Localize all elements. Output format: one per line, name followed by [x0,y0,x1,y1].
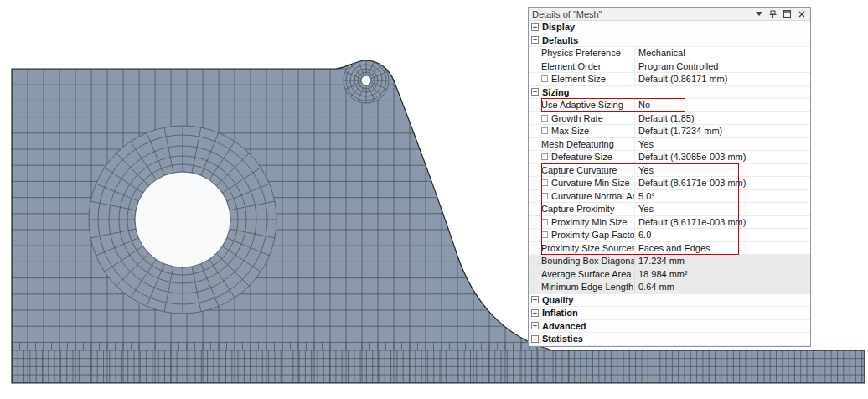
prop-label: Capture Curvature [541,164,634,177]
prop-growth-rate[interactable]: Growth RateDefault (1.85) [529,112,810,126]
prop-value[interactable]: Yes [634,203,810,215]
prop-value: 0.64 mm [634,281,810,293]
prop-value[interactable]: Default (8.6171e-003 mm) [634,216,810,229]
prop-value[interactable]: 5.0° [634,190,810,203]
prop-label: Max Size [541,125,634,137]
override-checkbox[interactable] [541,153,548,160]
prop-label-text: Proximity Min Size [551,217,627,227]
expand-icon[interactable]: + [531,23,539,31]
override-checkbox[interactable] [541,179,548,186]
section-label: Inflation [542,308,578,318]
section-label: Sizing [542,87,569,97]
prop-use-adaptive-sizing[interactable]: Use Adaptive SizingNo [529,99,810,112]
row-gutter [529,164,541,177]
prop-value[interactable]: Mechanical [634,47,810,60]
row-gutter [529,99,541,111]
prop-capture-proximity[interactable]: Capture ProximityYes [529,203,810,216]
expand-icon[interactable]: + [531,335,539,343]
override-checkbox[interactable] [541,231,548,238]
prop-curvature-min-size[interactable]: Curvature Min SizeDefault (8.6171e-003 m… [529,177,810,190]
prop-proximity-gap-factor[interactable]: Proximity Gap Factor6.0 [529,229,810,242]
prop-value[interactable]: Default (1.85) [634,112,810,125]
prop-label-text: Bounding Box Diagonal [541,256,634,266]
prop-proximity-min-size[interactable]: Proximity Min SizeDefault (8.6171e-003 m… [529,216,810,230]
override-checkbox[interactable] [541,219,548,225]
prop-label: Proximity Min Size [541,216,634,229]
expand-icon[interactable]: + [531,296,539,303]
prop-value[interactable]: Default (8.6171e-003 mm) [634,177,810,189]
prop-element-order[interactable]: Element OrderProgram Controlled [529,60,810,74]
prop-value[interactable]: 6.0 [634,229,810,241]
prop-value[interactable]: Program Controlled [634,60,810,73]
section-sizing[interactable]: −Sizing [529,86,810,100]
prop-defeature-size[interactable]: Defeature SizeDefault (4.3085e-003 mm) [529,151,810,164]
section-advanced[interactable]: +Advanced [529,320,810,334]
prop-curvature-normal-an[interactable]: Curvature Normal An...5.0° [529,190,810,204]
prop-label-text: Proximity Gap Factor [551,230,634,240]
row-gutter [529,138,541,151]
auto-hide-pin-icon[interactable] [768,9,778,18]
prop-label: Use Adaptive Sizing [541,99,634,111]
prop-value[interactable]: Default (1.7234 mm) [634,125,810,137]
prop-value[interactable]: Default (4.3085e-003 mm) [634,151,810,163]
row-gutter [529,125,541,137]
expand-icon[interactable]: + [531,309,539,317]
prop-value[interactable]: Faces and Edges [634,242,810,255]
prop-label: Proximity Gap Factor [541,229,634,241]
collapse-icon[interactable]: − [531,88,539,96]
prop-average-surface-area[interactable]: Average Surface Area18.984 mm² [529,268,810,282]
prop-mesh-defeaturing[interactable]: Mesh DefeaturingYes [529,138,810,152]
row-gutter [529,73,541,86]
prop-label: Element Order [541,60,634,73]
prop-element-size[interactable]: Element SizeDefault (0.86171 mm) [529,73,810,86]
prop-proximity-size-sources[interactable]: Proximity Size SourcesFaces and Edges [529,242,810,256]
row-gutter [529,255,541,267]
prop-label: Mesh Defeaturing [541,138,634,151]
prop-label: Growth Rate [541,112,634,125]
prop-label: Curvature Normal An... [541,190,634,203]
prop-label: Minimum Edge Length [541,281,634,293]
section-display[interactable]: +Display [529,21,810,34]
row-gutter [529,151,541,163]
prop-label-text: Average Surface Area [541,269,631,279]
prop-value: 17.234 mm [634,255,810,267]
panel-options-icon[interactable] [754,9,763,18]
section-inflation[interactable]: +Inflation [529,307,810,320]
section-defaults[interactable]: −Defaults [529,34,810,48]
details-panel: Details of "Mesh" [528,7,811,347]
prop-value[interactable]: No [634,99,810,111]
row-gutter [529,47,541,60]
close-icon[interactable] [797,9,806,18]
titlebar-icons [754,9,807,18]
panel-title: Details of "Mesh" [532,9,754,19]
override-checkbox[interactable] [541,127,548,134]
override-checkbox[interactable] [541,193,548,200]
row-gutter [529,177,541,189]
prop-max-size[interactable]: Max SizeDefault (1.7234 mm) [529,125,810,138]
override-checkbox[interactable] [541,115,548,122]
expand-icon[interactable]: + [531,322,539,329]
section-label: Advanced [542,321,586,331]
details-panel-titlebar[interactable]: Details of "Mesh" [529,8,810,21]
prop-label-text: Use Adaptive Sizing [541,100,623,110]
float-panel-icon[interactable] [783,9,792,18]
prop-physics-preference[interactable]: Physics PreferenceMechanical [529,47,810,60]
row-gutter [529,60,541,73]
prop-capture-curvature[interactable]: Capture CurvatureYes [529,164,810,178]
prop-value[interactable]: Yes [634,164,810,177]
override-checkbox[interactable] [541,75,548,82]
row-gutter [529,268,541,281]
details-rows: +Display−DefaultsPhysics PreferenceMecha… [529,21,810,346]
prop-label-text: Minimum Edge Length [541,282,633,292]
section-quality[interactable]: +Quality [529,294,810,308]
prop-label: Bounding Box Diagonal [541,255,634,267]
prop-bounding-box-diagonal[interactable]: Bounding Box Diagonal17.234 mm [529,255,810,268]
prop-label-text: Element Size [551,74,606,84]
section-statistics[interactable]: +Statistics [529,333,810,346]
prop-label: Defeature Size [541,151,634,163]
prop-value[interactable]: Default (0.86171 mm) [634,73,810,86]
section-label: Quality [542,295,573,305]
collapse-icon[interactable]: − [531,36,539,44]
prop-minimum-edge-length[interactable]: Minimum Edge Length0.64 mm [529,281,810,294]
prop-value[interactable]: Yes [634,138,810,151]
